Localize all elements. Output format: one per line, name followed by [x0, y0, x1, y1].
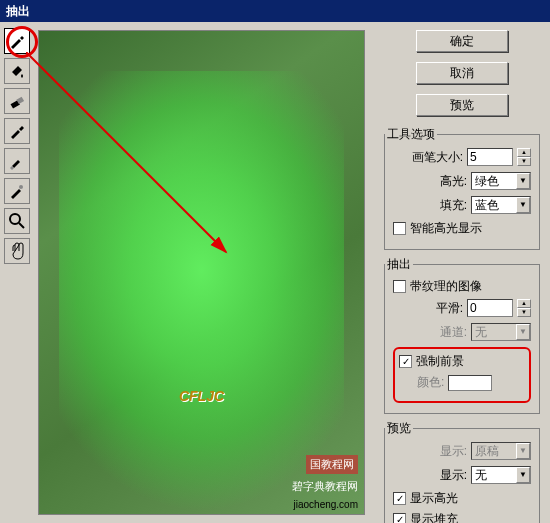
window-title: 抽出: [6, 4, 30, 18]
chevron-down-icon: ▼: [516, 173, 530, 189]
watermark-badge: 国教程网: [306, 455, 358, 474]
hand-icon: [8, 242, 26, 260]
display-select: 原稿▼: [471, 442, 531, 460]
watermark-url: jiaocheng.com: [294, 499, 358, 510]
highlight-color-select[interactable]: 绿色▼: [471, 172, 531, 190]
chevron-up-icon[interactable]: ▲: [517, 299, 531, 308]
marker-icon: [8, 32, 26, 50]
cleanup-icon: [8, 152, 26, 170]
brush-size-spinner[interactable]: ▲▼: [517, 148, 531, 166]
tool-options-label: 工具选项: [385, 126, 437, 143]
eraser-icon: [8, 92, 26, 110]
highlight-overlay: [59, 71, 344, 514]
force-foreground-checkbox[interactable]: ✓: [399, 355, 412, 368]
fill-color-label: 填充:: [440, 197, 467, 214]
toolbar: [0, 22, 34, 523]
preview-group-label: 预览: [385, 420, 413, 437]
chevron-up-icon[interactable]: ▲: [517, 148, 531, 157]
smooth-spinner[interactable]: ▲▼: [517, 299, 531, 317]
svg-point-3: [10, 214, 20, 224]
preview-group: 预览 显示: 原稿▼ 显示: 无▼ ✓ 显示高光 ✓ 显示堆充: [384, 428, 540, 523]
extract-label: 抽出: [385, 256, 413, 273]
force-foreground-highlight: ✓ 强制前景 颜色:: [393, 347, 531, 403]
smooth-label: 平滑:: [436, 300, 463, 317]
brush-size-input[interactable]: [467, 148, 513, 166]
show-fill-checkbox[interactable]: ✓: [393, 513, 406, 523]
show-label: 显示:: [440, 467, 467, 484]
watermark-text: 碧字典教程网: [292, 479, 358, 494]
highlight-color-label: 高光:: [440, 173, 467, 190]
show-select[interactable]: 无▼: [471, 466, 531, 484]
smart-highlight-checkbox[interactable]: [393, 222, 406, 235]
options-panel: 确定 取消 预览 工具选项 画笔大小: ▲▼ 高光: 绿色▼ 填充: 蓝色▼ 智…: [374, 22, 550, 523]
ok-button[interactable]: 确定: [416, 30, 508, 52]
chevron-down-icon: ▼: [516, 324, 530, 340]
extract-group: 抽出 带纹理的图像 平滑: ▲▼ 通道: 无▼ ✓ 强制前景 颜色:: [384, 264, 540, 414]
cancel-button[interactable]: 取消: [416, 62, 508, 84]
svg-line-4: [19, 223, 24, 228]
channel-select: 无▼: [471, 323, 531, 341]
preview-button[interactable]: 预览: [416, 94, 508, 116]
force-foreground-label: 强制前景: [416, 353, 464, 370]
smart-highlight-label: 智能高光显示: [410, 220, 482, 237]
show-highlight-checkbox[interactable]: ✓: [393, 492, 406, 505]
show-fill-label: 显示堆充: [410, 511, 458, 523]
cleanup-tool[interactable]: [4, 148, 30, 174]
watermark-logo: CFLJC: [179, 388, 224, 404]
eyedropper-tool[interactable]: [4, 118, 30, 144]
chevron-down-icon: ▼: [516, 467, 530, 483]
smooth-input[interactable]: [467, 299, 513, 317]
textured-image-checkbox[interactable]: [393, 280, 406, 293]
canvas-area: CFLJC 国教程网 碧字典教程网 jiaocheng.com: [34, 22, 374, 523]
eraser-tool[interactable]: [4, 88, 30, 114]
eyedropper-icon: [8, 122, 26, 140]
fill-tool[interactable]: [4, 58, 30, 84]
hand-tool[interactable]: [4, 238, 30, 264]
color-label: 颜色:: [417, 374, 444, 391]
bucket-icon: [8, 62, 26, 80]
brush-size-label: 画笔大小:: [412, 149, 463, 166]
edge-highlighter-tool[interactable]: [4, 28, 30, 54]
fill-color-select[interactable]: 蓝色▼: [471, 196, 531, 214]
chevron-down-icon: ▼: [516, 443, 530, 459]
zoom-tool[interactable]: [4, 208, 30, 234]
chevron-down-icon[interactable]: ▼: [517, 157, 531, 166]
tool-options-group: 工具选项 画笔大小: ▲▼ 高光: 绿色▼ 填充: 蓝色▼ 智能高光显示: [384, 134, 540, 250]
display-label: 显示:: [440, 443, 467, 460]
zoom-icon: [8, 212, 26, 230]
svg-point-2: [19, 185, 23, 189]
channel-label: 通道:: [440, 324, 467, 341]
show-highlight-label: 显示高光: [410, 490, 458, 507]
textured-image-label: 带纹理的图像: [410, 278, 482, 295]
canvas[interactable]: CFLJC 国教程网 碧字典教程网 jiaocheng.com: [38, 30, 365, 515]
foreground-color-swatch[interactable]: [448, 375, 492, 391]
touchup-icon: [8, 182, 26, 200]
chevron-down-icon: ▼: [516, 197, 530, 213]
chevron-down-icon[interactable]: ▼: [517, 308, 531, 317]
edge-touchup-tool[interactable]: [4, 178, 30, 204]
title-bar: 抽出: [0, 0, 550, 22]
